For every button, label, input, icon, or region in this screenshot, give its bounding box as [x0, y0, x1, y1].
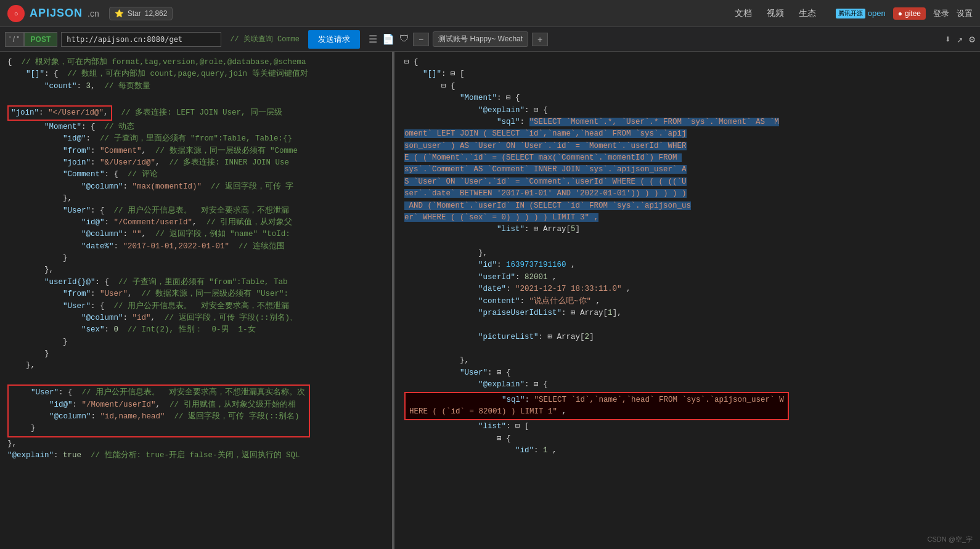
share-icon[interactable]: ↗	[957, 33, 963, 46]
slash-button[interactable]: ' / "	[5, 32, 24, 47]
nav-video[interactable]: 视频	[767, 8, 784, 19]
watermark: CSDN @空_宇	[927, 535, 973, 544]
shield-icon[interactable]: 🛡	[399, 33, 409, 45]
logo-area: ○ APIJSON .cn	[7, 5, 99, 22]
toolbar-right-icons: ⬇ ↗ ⚙	[945, 33, 975, 46]
logo-domain: .cn	[88, 9, 99, 18]
url-input[interactable]	[61, 32, 221, 47]
toolbar: ' / " POST // 关联查询 Comme 发送请求 ☰ 📄 🛡 − 测试…	[0, 27, 980, 52]
account-area[interactable]: 测试账号 Happy~ Wechat	[433, 31, 528, 47]
doc-icon[interactable]: 📄	[382, 33, 394, 46]
download-icon[interactable]: ⬇	[945, 33, 951, 46]
main-content: { // 根对象，可在内部加 format,tag,version,@role,…	[0, 52, 980, 549]
tencent-badge: 腾讯开源	[836, 9, 865, 18]
settings-button[interactable]: 设置	[957, 8, 973, 19]
plus-button[interactable]: +	[532, 33, 548, 46]
github-star-button[interactable]: ⭐ Star 12,862	[109, 7, 173, 20]
logo-text: APIJSON	[30, 7, 83, 20]
minus-button[interactable]: −	[413, 33, 429, 46]
post-button[interactable]: POST	[24, 32, 58, 47]
gitee-label: gitee	[905, 9, 921, 18]
logo-icon: ○	[7, 5, 25, 22]
nav-docs[interactable]: 文档	[735, 8, 752, 19]
star-count: 12,862	[145, 9, 168, 18]
nav-right: 腾讯开源 open ● gitee 登录 设置	[836, 7, 973, 20]
left-panel: { // 根对象，可在内部加 format,tag,version,@role,…	[0, 52, 394, 549]
top-navigation: ○ APIJSON .cn ⭐ Star 12,862 文档 视频 生态 腾讯开…	[0, 0, 980, 27]
github-icon: ⭐	[115, 9, 124, 18]
list-icon[interactable]: ☰	[369, 33, 377, 46]
gitee-icon: ●	[898, 9, 902, 18]
nav-ecosystem[interactable]: 生态	[799, 8, 816, 19]
open-label: open	[868, 9, 886, 18]
login-button[interactable]: 登录	[933, 8, 949, 19]
url-comment: // 关联查询 Comme	[230, 34, 300, 44]
star-label: Star	[128, 9, 141, 18]
send-request-button[interactable]: 发送请求	[308, 30, 360, 49]
right-panel: ⊟ { "[]": ⊟ [ ⊟ { "Moment": ⊟ { "@explai…	[394, 52, 980, 549]
gitee-button[interactable]: ● gitee	[893, 7, 926, 20]
settings-icon[interactable]: ⚙	[969, 33, 975, 46]
tencent-open: 腾讯开源 open	[836, 9, 886, 18]
toolbar-icons: ☰ 📄 🛡	[369, 33, 409, 46]
nav-links: 文档 视频 生态	[735, 8, 816, 19]
method-selector: ' / " POST	[5, 32, 57, 47]
